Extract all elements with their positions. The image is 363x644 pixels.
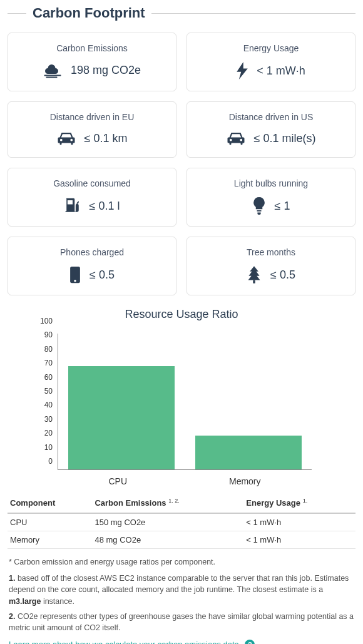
card-value: ≤ 0.1 mile(s) <box>254 132 316 145</box>
card-value: ≤ 0.1 l <box>89 200 120 213</box>
card-title: Distance driven in EU <box>14 112 170 122</box>
smog-icon <box>43 62 62 78</box>
card-value: ≤ 0.5 <box>270 268 295 282</box>
car-icon <box>57 131 76 146</box>
metric-card: Carbon Emissions198 mg CO2e <box>8 33 176 91</box>
th-component: Component <box>8 493 92 513</box>
y-tick: 60 <box>44 373 53 382</box>
gas-pump-icon <box>64 197 81 215</box>
th-energy: Energy Usage 1. <box>243 493 355 513</box>
bar <box>195 436 302 469</box>
plot-area <box>58 334 312 470</box>
card-title: Gasoline consumed <box>14 178 170 188</box>
y-tick: 40 <box>44 401 53 409</box>
learn-more-text: Learn more about how we calculate your c… <box>9 640 241 644</box>
cell-carbon: 150 mg CO2e <box>92 513 243 531</box>
y-tick: 20 <box>44 429 53 437</box>
card-title: Energy Usage <box>193 43 349 53</box>
car-icon <box>227 131 245 146</box>
card-title: Distance driven in US <box>193 112 349 122</box>
cell-carbon: 48 mg CO2e <box>92 531 243 549</box>
footnote-1: 1. based off of the closest AWS EC2 inst… <box>9 573 354 606</box>
card-value: ≤ 0.1 km <box>84 132 128 145</box>
table-row: CPU150 mg CO2e< 1 mW·h <box>8 513 355 531</box>
x-axis: CPUMemory <box>58 476 312 486</box>
svg-rect-0 <box>44 75 61 76</box>
metric-cards-grid: Carbon Emissions198 mg CO2eEnergy Usage<… <box>8 33 355 295</box>
card-title: Carbon Emissions <box>14 43 170 53</box>
divider <box>151 13 355 14</box>
footnote-2: 2. CO2e represents other types of greenh… <box>9 611 354 633</box>
x-label: Memory <box>229 476 261 486</box>
metric-card: Distance driven in US≤ 0.1 mile(s) <box>187 101 355 158</box>
card-value: ≤ 1 <box>275 200 290 213</box>
y-tick: 50 <box>44 387 53 396</box>
card-value: 198 mg CO2e <box>71 64 141 77</box>
x-label: CPU <box>108 476 127 486</box>
learn-more-link[interactable]: Learn more about how we calculate your c… <box>9 640 354 644</box>
y-tick: 90 <box>44 330 53 339</box>
divider <box>8 13 26 14</box>
card-value: < 1 mW·h <box>257 64 305 78</box>
metric-card: Distance driven in EU≤ 0.1 km <box>8 101 176 158</box>
chart-title: Resource Usage Ratio <box>8 308 355 321</box>
help-icon[interactable]: ? <box>245 640 255 644</box>
y-tick: 0 <box>48 457 53 466</box>
component-table: Component Carbon Emissions 1. 2. Energy … <box>8 493 355 549</box>
section-title: Carbon Footprint <box>26 5 151 21</box>
cell-component: Memory <box>8 531 92 549</box>
metric-card: Light bulbs running≤ 1 <box>187 168 355 227</box>
metric-card: Tree months≤ 0.5 <box>187 237 355 295</box>
svg-rect-1 <box>46 77 57 78</box>
card-title: Light bulbs running <box>193 178 349 188</box>
metric-card: Gasoline consumed≤ 0.1 l <box>8 168 176 227</box>
cell-energy: < 1 mW·h <box>243 513 355 531</box>
table-row: Memory48 mg CO2e< 1 mW·h <box>8 531 355 549</box>
cell-component: CPU <box>8 513 92 531</box>
bolt-icon <box>237 62 248 79</box>
metric-card: Energy Usage< 1 mW·h <box>187 33 355 91</box>
tree-icon <box>247 266 262 284</box>
card-title: Tree months <box>193 247 349 257</box>
svg-rect-4 <box>253 280 255 284</box>
metric-card: Phones charged≤ 0.5 <box>8 237 176 295</box>
bar <box>68 366 175 469</box>
phone-icon <box>69 266 81 284</box>
table-caption: * Carbon emission and energy usage ratio… <box>9 558 354 566</box>
cell-energy: < 1 mW·h <box>243 531 355 549</box>
bar-chart: 0102030405060708090100 CPUMemory <box>14 330 349 486</box>
y-tick: 10 <box>44 443 53 452</box>
card-title: Phones charged <box>14 247 170 257</box>
y-axis: 0102030405060708090100 <box>14 330 58 470</box>
y-tick: 70 <box>44 359 53 367</box>
y-tick: 100 <box>40 317 53 325</box>
y-tick: 30 <box>44 415 53 424</box>
th-carbon: Carbon Emissions 1. 2. <box>92 493 243 513</box>
card-value: ≤ 0.5 <box>89 268 115 282</box>
lightbulb-icon <box>252 197 266 215</box>
svg-point-3 <box>74 280 76 282</box>
section-header: Carbon Footprint <box>8 5 355 21</box>
y-tick: 80 <box>44 345 53 354</box>
